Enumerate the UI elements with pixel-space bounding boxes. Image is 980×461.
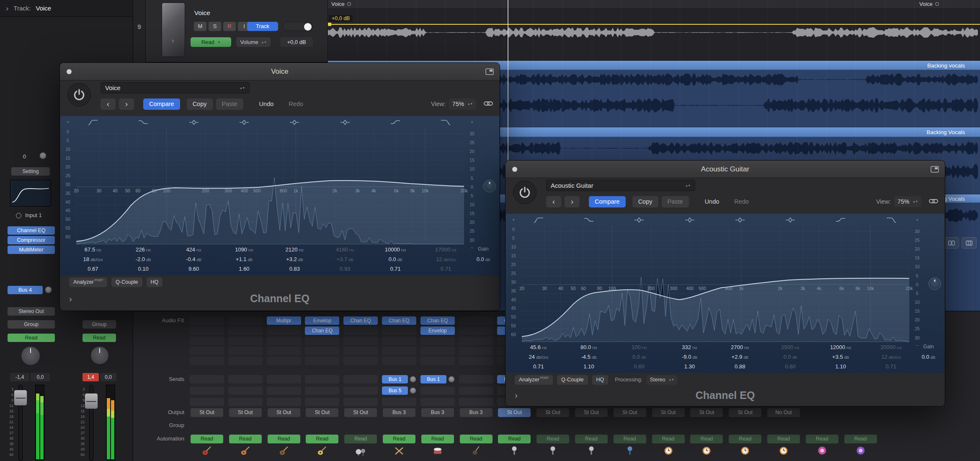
analyzer-button[interactable]: AnalyzerPOST: [69, 277, 107, 287]
automation-button[interactable]: Read: [806, 435, 838, 443]
previous-preset-button[interactable]: ‹: [101, 98, 116, 110]
bell-band-icon[interactable]: [634, 217, 645, 223]
audio-fx-slot-empty[interactable]: [190, 316, 224, 325]
eq-display[interactable]: +051015202530354045505560+30252015105051…: [506, 214, 944, 373]
paste-button[interactable]: Paste: [662, 196, 689, 207]
band-2-info[interactable]: 80.0Hz-4.5dB1.10: [580, 342, 597, 371]
redo-button[interactable]: Redo: [283, 98, 309, 110]
output-button[interactable]: St Out: [575, 408, 608, 417]
automation-button[interactable]: Read: [690, 435, 723, 443]
send-slot-empty[interactable]: [190, 375, 224, 383]
parameter-value[interactable]: +0,0 dB: [280, 37, 313, 47]
plugin-slot-compressor[interactable]: Compressor: [8, 236, 55, 244]
send-slot-empty[interactable]: [459, 398, 493, 406]
audio-fx-slot-empty[interactable]: [459, 357, 493, 365]
send-slot-empty[interactable]: [228, 386, 263, 395]
track-name[interactable]: Voice: [194, 9, 210, 17]
band-8-info[interactable]: 17000Hz12dB/Oct0.71: [435, 244, 456, 273]
next-preset-button[interactable]: ›: [119, 98, 134, 110]
band-7-info[interactable]: 10000Hz0.0dB0.71: [385, 244, 406, 273]
volume-automation-line[interactable]: [328, 24, 980, 25]
previous-preset-button[interactable]: ‹: [546, 196, 561, 207]
audio-fx-slot[interactable]: Envelop: [305, 316, 339, 325]
region-name[interactable]: Voice: [331, 1, 351, 7]
send-level-knob[interactable]: [45, 286, 52, 293]
output-button[interactable]: St Out: [498, 408, 531, 417]
highshelf-band-icon[interactable]: [835, 217, 846, 223]
audio-fx-slot-empty[interactable]: [343, 347, 378, 355]
automation-button[interactable]: Read: [191, 435, 223, 443]
band-2-info[interactable]: 226Hz-2.0dB0.10: [136, 244, 151, 273]
analyzer-button[interactable]: AnalyzerPOST: [515, 375, 553, 385]
audio-fx-slot-empty[interactable]: [267, 347, 301, 355]
undo-button[interactable]: Undo: [253, 98, 280, 110]
eq-display[interactable]: +051015202530354045505560+30252015105051…: [60, 116, 499, 275]
link-window-icon[interactable]: [931, 166, 939, 174]
band-5-info[interactable]: 2700Hz+2.9dB0.88: [731, 342, 749, 371]
undo-button[interactable]: Undo: [699, 196, 725, 207]
output-button[interactable]: Bus 3: [421, 408, 454, 417]
send-slot-empty[interactable]: [305, 375, 339, 383]
send-slot-empty[interactable]: [343, 398, 378, 406]
send-slot-empty[interactable]: [305, 386, 339, 395]
track-on-toggle[interactable]: [283, 22, 313, 31]
audio-fx-slot-empty[interactable]: [382, 337, 416, 345]
output-button[interactable]: Bus 3: [383, 408, 415, 417]
disclosure-chevron[interactable]: ›: [6, 4, 8, 13]
pan-knob[interactable]: [21, 346, 40, 365]
audio-fx-slot-empty[interactable]: [228, 357, 263, 365]
automation-button[interactable]: Read: [306, 435, 338, 443]
send-level-knob[interactable]: [448, 376, 455, 383]
preset-dropdown[interactable]: Acoustic Guitar▲▼: [546, 180, 695, 191]
lowpass-band-icon[interactable]: [440, 119, 451, 126]
band-8-info[interactable]: 20000Hz12dB/Oct0.71: [880, 342, 902, 371]
automation-button[interactable]: Read: [614, 435, 646, 443]
audio-fx-slot[interactable]: Chan EQ: [420, 316, 455, 325]
output-slot[interactable]: Stereo Out: [8, 307, 55, 316]
audio-fx-slot-empty[interactable]: [459, 326, 493, 335]
automation-button[interactable]: Read: [729, 435, 761, 443]
send-slot[interactable]: Bus 1: [420, 375, 446, 383]
send-slot-empty[interactable]: [420, 398, 455, 406]
send-slot[interactable]: Bus 5: [382, 386, 408, 395]
disclosure-chevron[interactable]: ›: [515, 390, 518, 400]
audio-fx-slot-empty[interactable]: [267, 337, 301, 345]
group-slot-2[interactable]: Group: [83, 320, 116, 329]
automation-point[interactable]: [328, 23, 331, 26]
pan-knob-2[interactable]: [90, 346, 109, 365]
bell-band-icon[interactable]: [785, 217, 796, 223]
output-button[interactable]: St Out: [268, 408, 300, 417]
automation-button[interactable]: Read: [575, 435, 608, 443]
bell-band-icon[interactable]: [684, 217, 695, 223]
voice-track-lane[interactable]: +0,0 dB: [328, 9, 980, 61]
automation-mode-button-2[interactable]: Read: [83, 334, 116, 342]
audio-fx-slot-empty[interactable]: [382, 347, 416, 355]
audio-fx-slot-empty[interactable]: [228, 347, 263, 355]
highpass-band-icon[interactable]: [533, 217, 544, 223]
plugin-slot-multimeter[interactable]: MultiMeter: [8, 246, 55, 254]
next-preset-button[interactable]: ›: [565, 196, 580, 207]
band-5-info[interactable]: 2120Hz+3.2dB0.83: [286, 244, 304, 273]
lowshelf-band-icon[interactable]: [583, 217, 594, 223]
region-header-strip[interactable]: Voice Voice: [328, 0, 980, 9]
audio-fx-slot[interactable]: Chan EQ: [343, 316, 378, 325]
output-button[interactable]: No Out: [767, 408, 800, 417]
bell-band-icon[interactable]: [735, 217, 745, 223]
link-icon[interactable]: [929, 198, 938, 205]
region-name[interactable]: Voice: [919, 1, 939, 7]
lowpass-band-icon[interactable]: [886, 217, 897, 223]
audio-fx-slot-empty[interactable]: [459, 337, 493, 345]
send-slot-empty[interactable]: [228, 375, 263, 383]
link-icon[interactable]: [484, 100, 493, 108]
bell-band-icon[interactable]: [188, 119, 199, 126]
audio-fx-slot-empty[interactable]: [305, 347, 339, 355]
track-image[interactable]: [162, 3, 185, 57]
automation-mode-button[interactable]: Read: [8, 334, 55, 342]
audio-fx-slot-empty[interactable]: [190, 347, 224, 355]
view-zoom-stepper[interactable]: 75%▲▼: [449, 98, 476, 109]
audio-fx-slot-empty[interactable]: [382, 357, 416, 365]
audio-fx-slot-empty[interactable]: [382, 326, 416, 335]
output-button[interactable]: Bus 3: [460, 408, 493, 417]
audio-fx-slot-empty[interactable]: [420, 337, 455, 345]
fader-handle-2[interactable]: [85, 393, 98, 409]
